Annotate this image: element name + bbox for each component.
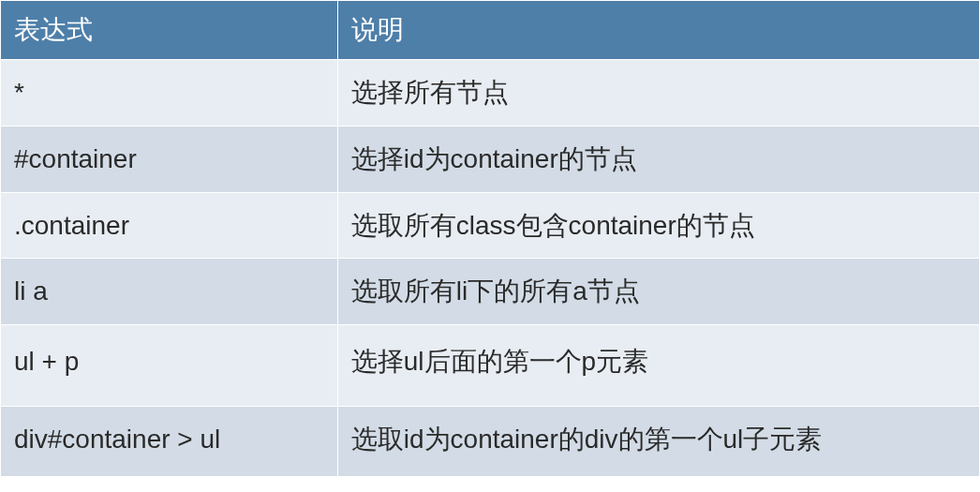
cell-description: 选择所有节点 (337, 60, 979, 127)
header-description: 说明 (337, 1, 979, 60)
cell-description: 选取id为container的div的第一个ul子元素 (337, 406, 979, 476)
table-row: #container 选择id为container的节点 (1, 126, 980, 192)
cell-expression: li a (1, 259, 338, 325)
cell-expression: div#container > ul (1, 406, 338, 476)
header-expression: 表达式 (1, 1, 338, 60)
cell-expression: #container (1, 126, 338, 192)
table-row: li a 选取所有li下的所有a节点 (1, 259, 980, 325)
selector-table: 表达式 说明 * 选择所有节点 #container 选择id为containe… (0, 0, 980, 477)
table-row: div#container > ul 选取id为container的div的第一… (1, 406, 980, 476)
cell-expression: * (1, 60, 338, 127)
table-header-row: 表达式 说明 (1, 1, 980, 60)
cell-description: 选择id为container的节点 (337, 126, 979, 192)
cell-description: 选取所有li下的所有a节点 (337, 259, 979, 325)
cell-expression: .container (1, 192, 338, 259)
cell-description: 选取所有class包含container的节点 (337, 192, 979, 259)
table-row: ul + p 选择ul后面的第一个p元素 (1, 325, 980, 407)
cell-description: 选择ul后面的第一个p元素 (337, 325, 979, 407)
table-row: * 选择所有节点 (1, 60, 980, 127)
table-row: .container 选取所有class包含container的节点 (1, 192, 980, 259)
cell-expression: ul + p (1, 325, 338, 407)
